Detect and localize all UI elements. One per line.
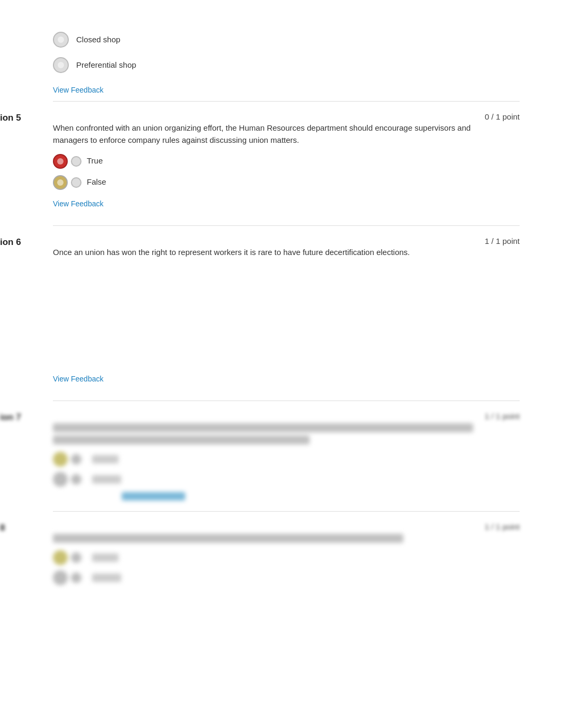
q5-true-indicator	[53, 154, 68, 169]
question5-label: ion 5	[0, 111, 21, 125]
question6-text: Once an union has won the right to repre…	[53, 246, 520, 258]
question6-label: ion 6	[0, 235, 21, 249]
q5-true-label: True	[87, 155, 103, 167]
view-feedback-q6[interactable]: View Feedback	[53, 374, 103, 385]
preferential-shop-label: Preferential shop	[76, 59, 136, 71]
question7-points: 1 / 1 point	[485, 411, 520, 423]
q5-true-radio[interactable]	[71, 156, 81, 167]
question8-label: 8	[0, 521, 5, 535]
question7-label: ion 7	[0, 411, 21, 424]
q5-false-label: False	[87, 176, 106, 188]
question5-text: When confronted with an union organizing…	[53, 122, 520, 147]
question5-points: 0 / 1 point	[485, 111, 520, 123]
preferential-shop-radio[interactable]	[53, 57, 69, 73]
q5-false-radio[interactable]	[71, 177, 81, 188]
q5-false-indicator	[53, 175, 68, 190]
closed-shop-radio[interactable]	[53, 32, 69, 48]
view-feedback-top[interactable]: View Feedback	[53, 85, 103, 96]
view-feedback-q5[interactable]: View Feedback	[53, 198, 103, 210]
question6-points: 1 / 1 point	[485, 235, 520, 248]
question8-points: 1 / 1 point	[485, 521, 520, 533]
closed-shop-label: Closed shop	[76, 34, 120, 46]
